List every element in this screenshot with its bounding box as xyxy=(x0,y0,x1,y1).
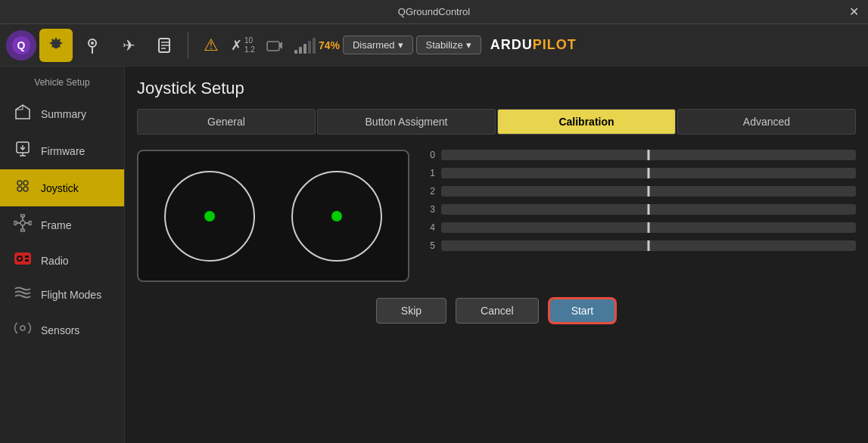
link-cross-icon: ✗ xyxy=(231,37,242,54)
right-joystick xyxy=(291,171,382,262)
cancel-button[interactable]: Cancel xyxy=(456,298,539,324)
link-num1: 10 xyxy=(244,36,255,45)
axis-indicator-3 xyxy=(648,204,650,215)
svg-point-33 xyxy=(18,257,21,260)
radio-icon xyxy=(12,251,33,270)
axis-indicator-2 xyxy=(648,186,650,197)
svg-rect-35 xyxy=(25,259,29,262)
svg-point-29 xyxy=(14,222,17,225)
tab-calibration[interactable]: Calibration xyxy=(497,109,676,135)
axis-label-0: 0 xyxy=(425,150,435,160)
toolbar: Q ✈ ⚠ ✗ 10 1.2 xyxy=(0,24,868,67)
axis-indicator-0 xyxy=(648,150,650,160)
axis-label-2: 2 xyxy=(425,186,435,197)
axis-indicator-5 xyxy=(648,240,650,251)
tab-advanced[interactable]: Advanced xyxy=(677,109,856,135)
axis-row-1: 1 xyxy=(425,168,856,178)
svg-rect-34 xyxy=(25,256,29,258)
axis-bar-2 xyxy=(441,186,856,197)
axis-bar-5 xyxy=(441,240,856,251)
flight-modes-label: Flight Modes xyxy=(41,289,101,301)
svg-point-20 xyxy=(17,187,22,191)
joystick-label: Joystick xyxy=(41,182,79,194)
svg-point-19 xyxy=(23,181,28,185)
firmware-label: Firmware xyxy=(41,145,85,157)
start-button[interactable]: Start xyxy=(548,297,618,324)
tab-button-assignment[interactable]: Button Assigment xyxy=(317,109,496,135)
mode-button[interactable]: Stabilize ▾ xyxy=(416,36,481,54)
axis-bars: 0 1 2 3 xyxy=(425,150,856,251)
svg-point-18 xyxy=(17,181,22,185)
camera-button[interactable] xyxy=(258,29,291,62)
sensors-label: Sensors xyxy=(41,324,79,336)
tab-bar: General Button Assigment Calibration Adv… xyxy=(137,109,856,135)
right-joystick-dot xyxy=(331,211,342,222)
summary-icon xyxy=(12,103,33,125)
svg-marker-13 xyxy=(16,105,23,110)
title-bar: QGroundControl ✕ xyxy=(0,0,868,24)
fly-button[interactable]: ✈ xyxy=(112,29,145,62)
warning-button[interactable]: ⚠ xyxy=(194,29,228,62)
sidebar-item-frame[interactable]: Frame xyxy=(0,206,124,243)
svg-rect-10 xyxy=(267,42,279,51)
radio-label: Radio xyxy=(41,255,69,267)
svg-point-22 xyxy=(20,221,25,225)
axis-bar-0 xyxy=(441,150,856,160)
axis-row-4: 4 xyxy=(425,222,856,233)
disarm-button[interactable]: Disarmed ▾ xyxy=(343,36,413,54)
svg-point-21 xyxy=(23,187,28,191)
svg-point-28 xyxy=(21,229,25,233)
window-title: QGroundControl xyxy=(292,6,575,17)
calibration-area: 0 1 2 3 xyxy=(137,150,856,282)
link-status: ✗ 10 1.2 xyxy=(231,36,255,54)
waypoint-button[interactable] xyxy=(76,29,109,62)
flight-modes-icon xyxy=(12,285,33,304)
sensors-icon xyxy=(12,319,33,341)
close-button[interactable]: ✕ xyxy=(849,5,859,19)
frame-label: Frame xyxy=(41,219,71,231)
ardu-text: ARDU xyxy=(490,37,533,52)
calibration-buttons: Skip Cancel Start xyxy=(137,297,856,324)
axis-label-4: 4 xyxy=(425,222,435,233)
axis-indicator-1 xyxy=(648,168,650,178)
frame-icon xyxy=(12,214,33,236)
joystick-display xyxy=(137,150,409,282)
main-layout: Vehicle Setup Summary Firmware xyxy=(0,67,868,443)
skip-button[interactable]: Skip xyxy=(376,298,446,324)
sidebar-item-joystick[interactable]: Joystick xyxy=(0,169,124,206)
file-button[interactable] xyxy=(148,29,182,62)
sidebar-item-firmware[interactable]: Firmware xyxy=(0,132,124,169)
axis-indicator-4 xyxy=(648,222,650,233)
svg-point-27 xyxy=(21,214,25,218)
tab-general[interactable]: General xyxy=(137,109,316,135)
axis-row-2: 2 xyxy=(425,186,856,197)
qgc-logo-button[interactable]: Q xyxy=(6,30,36,60)
sidebar-item-flight-modes[interactable]: Flight Modes xyxy=(0,277,124,311)
axis-label-5: 5 xyxy=(425,240,435,251)
battery-indicator: 74% xyxy=(319,39,340,51)
sidebar: Vehicle Setup Summary Firmware xyxy=(0,67,125,443)
axis-bar-4 xyxy=(441,222,856,233)
settings-button[interactable] xyxy=(39,29,73,62)
pilot-text: PILOT xyxy=(533,37,577,52)
sidebar-item-sensors[interactable]: Sensors xyxy=(0,311,124,349)
joystick-icon xyxy=(12,177,33,199)
svg-text:Q: Q xyxy=(17,39,26,51)
page-title: Joystick Setup xyxy=(137,79,856,98)
axis-row-3: 3 xyxy=(425,204,856,215)
toolbar-divider-1 xyxy=(188,32,188,59)
ardupilot-logo: ARDUPILOT xyxy=(490,37,577,53)
content-area: Joystick Setup General Button Assigment … xyxy=(125,67,868,443)
firmware-icon xyxy=(12,140,33,162)
svg-point-4 xyxy=(91,42,94,45)
axis-bar-3 xyxy=(441,204,856,215)
axis-row-5: 5 xyxy=(425,240,856,251)
left-joystick xyxy=(164,171,255,262)
sidebar-item-summary[interactable]: Summary xyxy=(0,95,124,132)
sidebar-item-radio[interactable]: Radio xyxy=(0,243,124,277)
summary-label: Summary xyxy=(41,108,86,120)
link-num2: 1.2 xyxy=(244,45,255,54)
sidebar-header: Vehicle Setup xyxy=(0,73,124,95)
svg-point-36 xyxy=(20,326,25,330)
axis-bar-1 xyxy=(441,168,856,178)
